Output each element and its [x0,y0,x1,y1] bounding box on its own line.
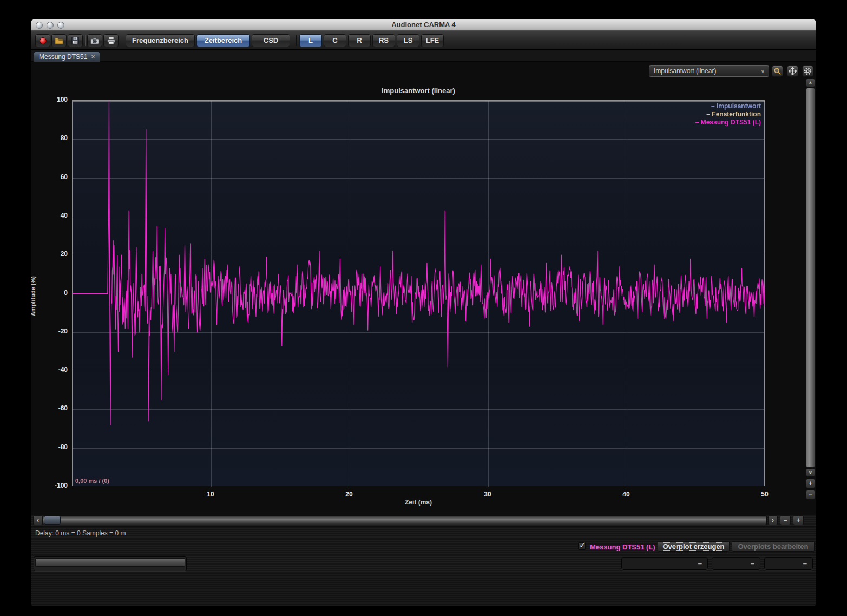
chart-title: Impulsantwort (linear) [72,87,765,95]
window-footer [31,573,816,606]
scroll-left-button[interactable]: ‹ [33,515,43,525]
scroll-down-button[interactable]: ∨ [806,468,815,477]
title-bar[interactable]: Audionet CARMA 4 [31,19,816,31]
legend-entry: – Messung DTS51 (L) [695,119,761,127]
settings-button[interactable] [802,65,813,77]
cursor-readout: 0,00 ms / (0) [75,477,109,484]
readout-field-2: – [712,557,760,570]
camera-icon [90,37,99,44]
view-tab-zeitbereich[interactable]: Zeitbereich [196,34,250,47]
y-tick-label: 0 [43,289,68,297]
channel-button-r[interactable]: R [348,34,371,47]
desktop-background: Audionet CARMA 4 Frequenzbereich Zeitber… [0,0,847,616]
tab-label: Messung DTS51 [39,53,87,61]
zoom-tool-button[interactable] [772,65,783,77]
overplot-create-button[interactable]: Overplot erzeugen [658,541,730,552]
record-icon [40,37,47,44]
legend-entry: – Impulsantwort [695,102,761,110]
status-bar: Delay: 0 ms = 0 Samples = 0 m [31,527,816,539]
y-tick-label: -60 [43,404,68,412]
y-tick-label: -40 [43,366,68,373]
print-button[interactable] [103,34,119,47]
y-tick-label: -80 [43,443,68,451]
gear-icon [804,67,812,75]
plot-type-dropdown[interactable]: Impulsantwort (linear) ∨ [649,65,769,77]
progress-indicator [34,556,187,571]
x-tick-label: 40 [614,490,639,498]
y-tick-label: 20 [43,250,68,258]
zoom-in-y-button[interactable]: + [806,479,815,488]
open-button[interactable] [51,34,67,47]
vertical-scroll-thumb[interactable] [806,88,815,468]
measurement-checkbox-label: Messung DTS51 (L) [590,543,655,551]
window-title: Audionet CARMA 4 [31,21,816,29]
zoom-out-y-button[interactable]: − [806,490,815,500]
toolbar-separator [85,35,86,46]
floppy-icon [71,37,79,44]
progress-fill [35,558,185,567]
view-tab-csd[interactable]: CSD [252,34,290,47]
delay-status-text: Delay: 0 ms = 0 Samples = 0 m [35,529,126,537]
channel-button-ls[interactable]: LS [397,34,419,47]
scroll-right-button[interactable]: › [768,515,778,525]
overplot-row: ✓ Messung DTS51 (L) Overplot erzeugen Ov… [31,539,816,555]
main-content: Impulsantwort (linear) ∨ Impulsantwort (… [31,62,816,514]
channel-button-l[interactable]: L [299,34,322,47]
horizontal-scroll-track[interactable] [43,515,767,525]
horizontal-scroll-thumb[interactable] [44,516,61,525]
x-tick-label: 10 [198,490,223,498]
readout-field-1: – [621,557,708,570]
chart-legend: – Impulsantwort– Fensterfunktion– Messun… [695,102,761,127]
y-tick-label: -100 [43,482,68,489]
x-axis-label: Zeit (ms) [72,499,765,506]
pan-tool-button[interactable] [787,65,798,77]
printer-icon [107,37,115,44]
y-tick-label: 100 [43,96,68,103]
record-button[interactable] [35,34,50,47]
zoom-in-x-button[interactable]: + [793,515,804,525]
tab-bar: Messung DTS51× [31,50,816,62]
toolbar-separator-2 [296,35,296,46]
plot-type-dropdown-value: Impulsantwort (linear) [654,67,716,75]
folder-icon [55,37,63,44]
horizontal-scrollbar-row: ‹ › − + [31,515,816,526]
checkmark-icon: ✓ [579,540,586,550]
chevron-down-icon: ∨ [761,66,765,76]
channel-button-rs[interactable]: RS [372,34,395,47]
app-window: Audionet CARMA 4 Frequenzbereich Zeitber… [31,19,816,606]
plot-area[interactable]: – Impulsantwort– Fensterfunktion– Messun… [72,100,765,486]
scroll-up-button[interactable]: ∧ [806,78,815,87]
tab-close-icon[interactable]: × [91,53,95,61]
legend-entry: – Fensterfunktion [695,110,761,119]
bottom-bar: – – – [31,555,816,573]
measurement-checkbox[interactable]: ✓ [578,542,586,550]
overplot-edit-button: Overplots bearbeiten [732,541,815,552]
x-tick-label: 50 [752,490,777,498]
y-tick-label: 40 [43,212,68,219]
x-tick-label: 30 [475,490,500,498]
x-tick-label: 20 [337,490,362,498]
waveform-canvas[interactable] [73,101,765,487]
move-icon [789,67,797,75]
magnifier-icon [773,67,782,75]
save-button[interactable] [68,34,83,47]
y-tick-label: 60 [43,173,68,181]
y-axis-label: Amplitude (%) [31,264,36,329]
tab-messung-dts51[interactable]: Messung DTS51× [34,51,100,62]
y-tick-label: -20 [43,327,68,335]
view-tab-frequenzbereich[interactable]: Frequenzbereich [126,34,195,47]
channel-button-lfe[interactable]: LFE [421,34,444,47]
y-tick-label: 80 [43,134,68,142]
channel-button-c[interactable]: C [324,34,346,47]
zoom-out-x-button[interactable]: − [780,515,791,525]
readout-field-3: – [764,557,813,570]
screenshot-button[interactable] [87,34,102,47]
toolbar: Frequenzbereich Zeitbereich CSD L C R RS… [31,31,816,50]
